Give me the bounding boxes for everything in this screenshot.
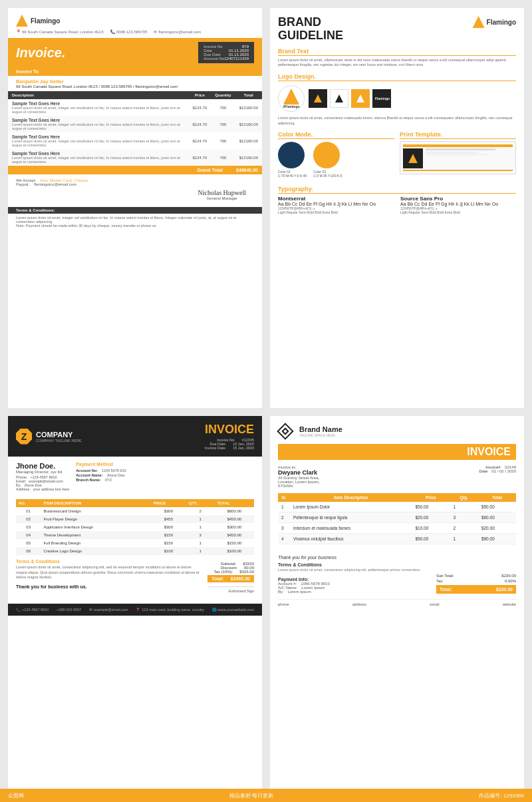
p2-logo-var-outline — [330, 89, 348, 108]
p3-company-name: COMPANY — [36, 431, 82, 439]
p3-inv-details: Invoice No:#12345 Due Date:12 Jan, 2020 … — [205, 438, 254, 450]
p3-footer-website: 🌐 www.yourwebsite.com — [212, 608, 254, 612]
p1-terms-text: Lorem ipsum dolor sit amet, integer vel … — [8, 214, 262, 230]
table-row: Sample Text Goes HereLorem ipsum dolor s… — [8, 116, 262, 132]
p3-col-desc: ITEM DESCRIPTION — [41, 499, 151, 507]
p3-client: Jhone Doe. Managing Director, xyz ltd. P… — [16, 462, 69, 491]
p1-logo: Flamingo — [16, 15, 254, 27]
p2-print-title: Print Template. — [400, 131, 516, 139]
p3-header: Z COMPANY COMPANY TAGLINE HERE INVOICE I… — [8, 416, 262, 457]
p2-color-2: Color 02 C:0 M:35 Y:100 K:0 — [313, 142, 342, 178]
p2-swatch-1 — [278, 142, 305, 168]
p4-thank-terms: Thank you for your business Terms & Cond… — [278, 550, 421, 594]
web-icon: 🌐 — [212, 608, 217, 612]
panel-brand-invoice: Brand Name TAGLINE SPACE HERE INVOICE In… — [270, 416, 524, 794]
p2-typo-title: Typography. — [278, 186, 516, 194]
p4-thank: Thank you for your business — [278, 555, 421, 560]
p1-logo-text: Flamingo — [31, 17, 60, 25]
p1-signature: Nicholas Hupwell General Manager — [198, 189, 247, 200]
email-icon: ✉ — [154, 29, 157, 34]
p3-body: Jhone Doe. Managing Director, xyz ltd. P… — [8, 457, 262, 598]
watermark-site: 众图网 — [8, 792, 24, 799]
p4-payment-info: Payment Info: Account #:1056 5678 9010 A… — [278, 577, 421, 594]
p4-terms-title: Terms & Conditions — [278, 562, 421, 567]
p2-color-1: Color 01 C:70 M:40 Y:0 K:40 — [278, 142, 307, 178]
p3-subtotals: Subtotal:$3150 Discount:00.00 Tax (10%):… — [207, 559, 254, 593]
p1-acc-row: Account No 12407111429 — [203, 57, 249, 61]
p1-sign-area: Nicholas Hupwell General Manager — [16, 189, 254, 200]
p4-bottom-row: phone address email website — [278, 599, 516, 606]
p2-logo-text: Flamingo — [487, 19, 516, 26]
p3-table-wrap: NO. ITEM DESCRIPTION PRICE QTY. TOTAL 01… — [16, 499, 254, 555]
table-row: 4 Vivamus volutpat faucibus $90.00 1 $90… — [278, 534, 516, 544]
p4-totals: Sub Total: $220.00 Tax: 0.00% Total: $22… — [436, 573, 516, 594]
p3-client-role: Managing Director, xyz ltd. — [16, 470, 69, 474]
p3-client-pay-row: Jhone Doe. Managing Director, xyz ltd. P… — [16, 462, 254, 495]
p4-brand-tagline: TAGLINE SPACE HERE — [299, 433, 342, 437]
p2-font-2-name: Source Sans Pro — [400, 196, 516, 202]
p4-bill-section: Invoice to: Dwyane Clark 24 Dummy Street… — [278, 465, 516, 488]
p1-address-row: 📍 69 South Canada Square Road, London #E… — [16, 29, 254, 34]
p3-thank: Thank you for business with us. — [16, 584, 201, 589]
p3-col-total: TOTAL — [214, 499, 254, 507]
p1-info-box: Invoice No 879 Date 01.11.2020 Due Date … — [198, 42, 254, 63]
p2-swatch-2 — [313, 142, 340, 168]
table-row: 02 Fruit Flayer Design $455 1 $450.00 — [16, 515, 254, 523]
p4-terms: Terms & Conditions Lorem ipsum dolor sit… — [278, 562, 421, 573]
p3-total-row: Total: $3465.00 — [207, 575, 254, 582]
phone-icon-1: 📞 — [16, 608, 21, 612]
p2-logo-icon — [473, 16, 485, 28]
email-icon-2: ✉ — [89, 608, 92, 612]
p4-items-table: Sl. Item Description Price Qty. Total 1 … — [278, 493, 516, 544]
p3-items-table: NO. ITEM DESCRIPTION PRICE QTY. TOTAL 01… — [16, 499, 254, 555]
table-row: 04 Theme Development $150 3 $450.00 — [16, 531, 254, 539]
panel-invoice-flamingo: Flamingo 📍 69 South Canada Square Road, … — [8, 8, 262, 408]
p2-font-1-sample: Aa Bb Cc Dd Ee Ff Gg Hh Ii Jj Kk Ll Mm N… — [278, 202, 394, 206]
p3-client-name: Jhone Doe. — [16, 462, 69, 470]
table-row: Sample Text Goes HereLorem ipsum dolor s… — [8, 132, 262, 149]
p3-company-icon: Z — [16, 429, 32, 445]
p3-inv-block: INVOICE Invoice No:#12345 Due Date:12 Ja… — [205, 423, 254, 450]
p1-payment: We Accept: Visa, Master Card, Cheque Pay… — [16, 178, 254, 186]
p2-font-2: Source Sans Pro Aa Bb Cc Dd Ee Ff Gg Hh … — [400, 196, 516, 214]
p1-grand-total: Grand Total $48640.00 — [8, 166, 262, 174]
p2-color-col: Color Mode. Color 01 C:70 M:40 Y:0 K:40 … — [278, 126, 394, 180]
panel-brand-guideline: BRAND GUIDELINE Flamingo Brand Text Lore… — [270, 8, 524, 408]
p4-col-total: Total — [478, 493, 516, 502]
p1-sig-name: Nicholas Hupwell — [198, 189, 247, 196]
table-row: 05 Full Branding Design $150 1 $150.00 — [16, 539, 254, 547]
p4-bottom-area: Thank you for your business Terms & Cond… — [278, 550, 516, 594]
p4-client-address: 24 Dummy Street Area, Location, Lorem Ip… — [278, 476, 320, 488]
p1-client-name: Benjamin Jay Geller — [16, 79, 254, 85]
p4-brand-text: Brand Name TAGLINE SPACE HERE — [299, 425, 342, 437]
phone-icon: 📞 — [110, 29, 115, 34]
p4-terms-text: Lorem ipsum dolor sit amet, consectetur … — [278, 568, 421, 573]
p2-logo-circle-main: #Flamingo — [278, 85, 305, 112]
p1-address: 📍 69 South Canada Square Road, London #E… — [16, 29, 104, 34]
watermark-id: 作品编号: 1293360 — [479, 792, 524, 799]
p4-inv-meta: Invoice# S2148 Date 01 / 02 / 2020 — [479, 465, 516, 488]
p2-color-title: Color Mode. — [278, 131, 394, 139]
p4-header: Brand Name TAGLINE SPACE HERE — [278, 424, 516, 439]
p3-footer-phone1: 📞 +123-4567 8910 — [16, 608, 49, 612]
p1-col-qty: Quantity — [211, 91, 235, 99]
p2-colors-row: Color 01 C:70 M:40 Y:0 K:40 Color 02 C:0… — [278, 142, 394, 178]
p1-terms-bar: Terms & Conditions: — [8, 207, 262, 214]
table-row: Sample Text Goes HereLorem ipsum dolor s… — [8, 149, 262, 166]
p2-logo-var-dark — [309, 89, 327, 108]
location-icon-2: 📍 — [136, 608, 140, 612]
p1-col-price: Price — [189, 91, 211, 99]
p2-print-bar2 — [403, 170, 513, 171]
flamingo-logo-icon — [16, 15, 28, 27]
p3-col-no: NO. — [16, 499, 41, 507]
p2-font-1-weights: Light Regular Semi Bold Bold Extra Bold — [278, 210, 394, 214]
table-row: 03 Application Interface Design $300 1 $… — [16, 523, 254, 531]
p2-font-1-name: Montserrat — [278, 196, 394, 202]
p4-col-desc: Item Description — [290, 493, 412, 502]
p2-fonts-row: Montserrat Aa Bb Cc Dd Ee Ff Gg Hh Ii Jj… — [278, 196, 516, 214]
p2-header: BRAND GUIDELINE Flamingo — [278, 16, 516, 43]
p2-two-col: Color Mode. Color 01 C:70 M:40 Y:0 K:40 … — [278, 126, 516, 180]
p1-col-desc: Description — [8, 91, 189, 99]
p3-terms-title: Terms & Conditions — [16, 559, 201, 564]
p2-print-box — [400, 141, 516, 174]
